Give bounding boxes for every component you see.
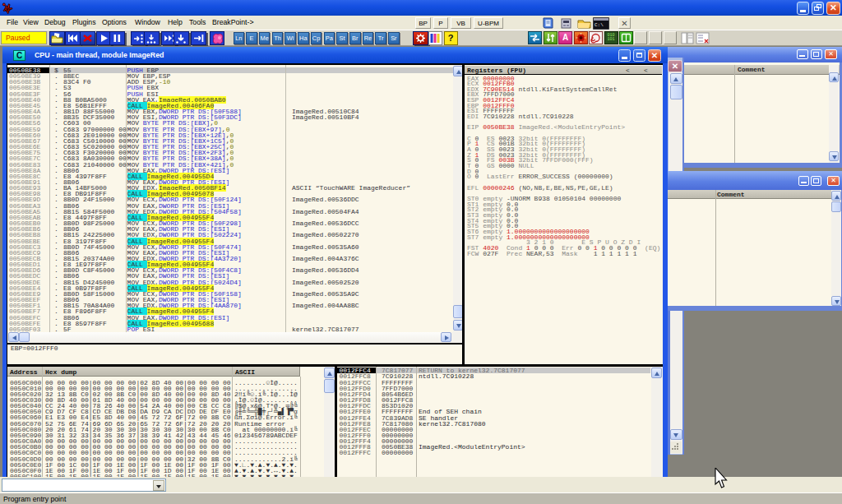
- svg-text:C:\: C:\: [594, 22, 604, 28]
